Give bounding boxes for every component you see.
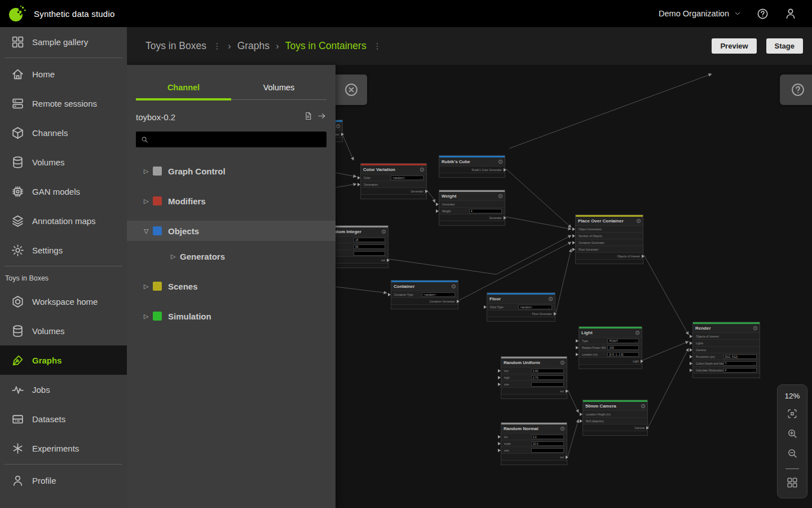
node-row-container-type[interactable]: Container Type<random>⌄ <box>391 291 458 297</box>
input-port[interactable] <box>498 449 502 452</box>
input-port[interactable] <box>436 209 440 213</box>
input-port[interactable] <box>572 248 577 251</box>
input-port[interactable] <box>572 241 577 244</box>
document-icon[interactable] <box>303 111 313 123</box>
input-port[interactable] <box>690 369 694 372</box>
canvas-help-button[interactable] <box>780 75 812 105</box>
sidebar-item-home[interactable]: Home <box>0 59 127 89</box>
input-port[interactable] <box>358 183 362 186</box>
node-row-type[interactable]: TypePOINT⌄ <box>579 337 642 344</box>
search-box[interactable] <box>136 132 326 147</box>
sidebar-item-settings[interactable]: Settings <box>0 235 127 265</box>
search-input[interactable] <box>149 135 326 144</box>
sidebar-item-datasets[interactable]: Datasets <box>0 404 127 433</box>
input-port[interactable] <box>436 203 440 206</box>
node-input[interactable]: [512, 512] <box>723 354 757 359</box>
input-port[interactable] <box>690 335 694 338</box>
input-port[interactable] <box>580 419 584 423</box>
node-input[interactable]: 0.0 <box>531 435 564 439</box>
node-row-scale[interactable]: scale20.0 <box>501 440 567 446</box>
caret-right-icon[interactable]: ▷ <box>144 168 153 175</box>
node-row-weight[interactable]: Weight4 <box>439 207 505 214</box>
sidebar-item-gan-models[interactable]: GAN models <box>0 177 127 206</box>
fit-view-icon[interactable] <box>786 408 798 420</box>
output-port[interactable] <box>425 190 430 193</box>
graph-node-random-normal[interactable]: Random Normaliloc0.0scale20.0sizeout <box>501 422 567 465</box>
graph-node-camera-50mm[interactable]: 50mm CameraiLocation Height (m)Roll (deg… <box>582 400 648 436</box>
input-port[interactable] <box>498 376 502 379</box>
arrow-right-icon[interactable] <box>317 111 326 123</box>
sidebar-item-profile[interactable]: Profile <box>0 466 127 495</box>
input-port[interactable] <box>498 369 502 373</box>
graph-node-render[interactable]: RenderiObjects of InterestLightsCameraRe… <box>692 322 760 378</box>
info-icon[interactable]: i <box>753 326 757 330</box>
input-port[interactable] <box>388 293 392 296</box>
sidebar-item-volumes[interactable]: Volumes <box>0 147 127 177</box>
node-row-collect-depth-and-normal-ma-[interactable]: Collect Depth and Normal Ma...T⌄ <box>693 360 760 366</box>
input-port[interactable] <box>576 346 580 349</box>
info-icon[interactable]: i <box>636 331 639 335</box>
input-port[interactable] <box>358 176 362 179</box>
sidebar-item-graphs[interactable]: Graphs <box>0 345 127 375</box>
sidebar-item-channels[interactable]: Channels <box>0 118 127 147</box>
info-icon[interactable]: i <box>498 194 502 198</box>
graph-node-container[interactable]: ContaineriContainer Type<random>⌄Contain… <box>391 280 458 309</box>
output-port[interactable] <box>641 360 645 363</box>
output-port[interactable] <box>457 300 461 303</box>
node-input[interactable] <box>354 251 385 256</box>
graph-node-rubiks-cube[interactable]: Rubik's CubeiRubik's Cube Generator <box>439 155 505 178</box>
info-icon[interactable]: i <box>420 168 424 172</box>
caret-right-icon[interactable]: ▷ <box>144 198 153 205</box>
node-input[interactable]: 20.0 <box>531 441 564 446</box>
node-input[interactable]: 0.40 <box>531 369 564 373</box>
input-port[interactable] <box>498 442 502 445</box>
input-port[interactable] <box>572 227 577 231</box>
input-port[interactable] <box>690 348 694 352</box>
node-select[interactable]: <random>⌄ <box>518 305 553 309</box>
caret-right-icon[interactable]: ▷ <box>144 283 153 290</box>
node-input[interactable] <box>531 382 564 387</box>
node-select[interactable]: <random>⌄ <box>422 292 455 297</box>
sidebar-item-workspace-home[interactable]: Workspace home <box>0 287 127 316</box>
input-port[interactable] <box>576 339 580 343</box>
node-input[interactable]: 50 <box>354 244 385 249</box>
input-port[interactable] <box>690 355 694 358</box>
output-port[interactable] <box>341 133 346 136</box>
node-select[interactable]: <random>⌄ <box>391 176 423 180</box>
output-port[interactable] <box>387 259 391 262</box>
input-port[interactable] <box>484 305 488 309</box>
node-input[interactable]: 4 <box>469 209 502 213</box>
node-select[interactable]: F⌄ <box>723 368 757 373</box>
input-port[interactable] <box>580 413 584 416</box>
caret-right-icon[interactable]: ▷ <box>171 253 180 260</box>
node-input[interactable]: 15 <box>354 238 385 242</box>
input-port[interactable] <box>498 383 502 386</box>
input-port[interactable] <box>690 341 694 345</box>
node-row-location-m-[interactable]: Location (m)[0.5, 1, 1.5] <box>579 351 642 357</box>
graph-node-light[interactable]: LightiTypePOINT⌄Radiant Power (W)100Loca… <box>579 326 642 369</box>
node-row-radiant-power-w-[interactable]: Radiant Power (W)100 <box>579 344 642 351</box>
node-row-low[interactable]: low0.40 <box>501 367 567 374</box>
breadcrumb-item[interactable]: Toys in Boxes <box>145 40 206 52</box>
node-row-size[interactable]: size <box>501 446 567 453</box>
graph-node-place-over-container[interactable]: Place Over ContaineriObject GeneratorsNu… <box>575 214 643 264</box>
node-select[interactable]: POINT⌄ <box>607 339 639 343</box>
org-selector[interactable]: Demo Organization <box>659 9 742 18</box>
tree-item-graph-control[interactable]: ▷Graph Control <box>127 161 336 181</box>
node-select[interactable]: T⌄ <box>723 361 757 366</box>
preview-button[interactable]: Preview <box>712 38 756 54</box>
tree-item-scenes[interactable]: ▷Scenes <box>127 276 336 296</box>
graph-node-floor[interactable]: FlooriFloor Type<random>⌄Floor Generator <box>487 292 555 322</box>
input-port[interactable] <box>572 234 577 238</box>
help-icon[interactable] <box>756 7 769 20</box>
minimap-grid-icon[interactable] <box>786 476 798 489</box>
tree-item-objects[interactable]: ▽Objects <box>127 221 336 241</box>
breadcrumb-item[interactable]: Graphs <box>237 40 270 52</box>
node-row-loc[interactable]: loc0.0 <box>501 433 567 440</box>
output-port[interactable] <box>504 216 508 220</box>
caret-right-icon[interactable]: ▷ <box>144 313 153 320</box>
graph-node-color-variation[interactable]: Color VariationiColor<random>⌄Generators… <box>360 163 427 199</box>
node-row-calculate-obstruction[interactable]: Calculate ObstructionF⌄ <box>693 366 760 373</box>
sidebar-item-experiments[interactable]: Experiments <box>0 433 127 463</box>
kebab-menu-icon[interactable] <box>213 42 222 51</box>
